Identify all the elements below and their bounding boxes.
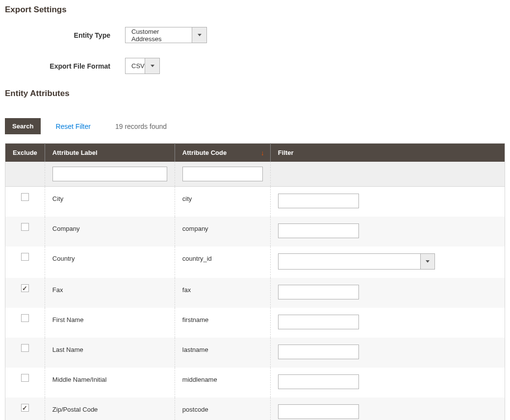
table-row: Faxfax bbox=[5, 278, 505, 308]
attribute-code-cell: lastname bbox=[175, 338, 270, 368]
attribute-label-cell: First Name bbox=[45, 308, 175, 338]
row-filter-input[interactable] bbox=[278, 285, 359, 299]
table-row: Companycompany bbox=[5, 217, 505, 247]
attribute-label-cell: Country bbox=[45, 247, 175, 278]
exclude-checkbox[interactable] bbox=[21, 374, 29, 382]
file-format-value: CSV bbox=[126, 58, 145, 74]
table-row: Citycity bbox=[5, 187, 505, 217]
entity-type-value: Customer Addresses bbox=[126, 27, 192, 43]
entity-type-label: Entity Type bbox=[5, 31, 125, 39]
row-filter-cell bbox=[270, 308, 505, 338]
reset-filter-link[interactable]: Reset Filter bbox=[55, 123, 91, 130]
filter-filter-cell bbox=[270, 162, 505, 187]
exclude-checkbox[interactable] bbox=[21, 284, 29, 292]
row-filter-select-value bbox=[278, 253, 420, 270]
dropdown-caret-icon bbox=[192, 27, 206, 43]
filter-code-input[interactable] bbox=[182, 167, 263, 181]
attributes-table: Exclude Attribute Label Attribute Code ↓… bbox=[5, 143, 505, 420]
row-filter-input[interactable] bbox=[278, 374, 359, 389]
table-row: First Namefirstname bbox=[5, 308, 505, 338]
table-row: Zip/Postal Codepostcode bbox=[5, 397, 505, 420]
dropdown-caret-icon bbox=[420, 253, 435, 270]
row-filter-input[interactable] bbox=[278, 345, 359, 359]
row-filter-cell bbox=[270, 187, 505, 217]
exclude-checkbox[interactable] bbox=[21, 223, 29, 231]
exclude-checkbox[interactable] bbox=[21, 314, 29, 322]
table-row: Last Namelastname bbox=[5, 338, 505, 368]
exclude-checkbox[interactable] bbox=[21, 193, 29, 201]
row-filter-input[interactable] bbox=[278, 315, 359, 329]
row-filter-cell bbox=[270, 338, 505, 368]
attribute-code-cell: company bbox=[175, 217, 270, 247]
attribute-label-cell: Fax bbox=[45, 278, 175, 308]
attribute-label-cell: City bbox=[45, 187, 175, 217]
column-code-header[interactable]: Attribute Code ↓ bbox=[175, 144, 270, 162]
column-label-header[interactable]: Attribute Label bbox=[45, 144, 175, 162]
attribute-label-cell: Zip/Postal Code bbox=[45, 397, 175, 420]
attribute-code-cell: firstname bbox=[175, 308, 270, 338]
attribute-code-cell: postcode bbox=[175, 397, 270, 420]
row-filter-cell bbox=[270, 368, 505, 397]
table-row: Middle Name/Initialmiddlename bbox=[5, 368, 505, 397]
row-filter-select[interactable] bbox=[278, 253, 435, 270]
row-filter-cell bbox=[270, 397, 505, 420]
attribute-code-cell: middlename bbox=[175, 368, 270, 397]
column-filter-header[interactable]: Filter bbox=[270, 144, 505, 162]
filter-exclude-cell bbox=[5, 162, 45, 187]
dropdown-caret-icon bbox=[145, 58, 159, 74]
table-row: Countrycountry_id bbox=[5, 247, 505, 278]
exclude-checkbox[interactable] bbox=[21, 253, 29, 261]
attribute-code-cell: fax bbox=[175, 278, 270, 308]
file-format-label: Export File Format bbox=[5, 62, 125, 70]
entity-attributes-title: Entity Attributes bbox=[5, 89, 505, 99]
row-filter-input[interactable] bbox=[278, 194, 359, 208]
attribute-code-cell: country_id bbox=[175, 247, 270, 278]
exclude-checkbox[interactable] bbox=[21, 344, 29, 352]
export-settings-title: Export Settings bbox=[5, 5, 505, 15]
column-code-text: Attribute Code bbox=[182, 149, 227, 156]
row-filter-cell bbox=[270, 217, 505, 247]
entity-type-select[interactable]: Customer Addresses bbox=[125, 27, 207, 43]
attribute-code-cell: city bbox=[175, 187, 270, 217]
row-filter-input[interactable] bbox=[278, 223, 359, 238]
exclude-checkbox[interactable] bbox=[21, 404, 29, 412]
records-found-text: 19 records found bbox=[115, 123, 167, 130]
row-filter-input[interactable] bbox=[278, 404, 359, 419]
row-filter-cell bbox=[270, 247, 505, 278]
filter-label-input[interactable] bbox=[52, 167, 167, 181]
row-filter-cell bbox=[270, 278, 505, 308]
search-button[interactable]: Search bbox=[5, 118, 41, 134]
column-exclude-header[interactable]: Exclude bbox=[5, 144, 45, 162]
attribute-label-cell: Middle Name/Initial bbox=[45, 368, 175, 397]
attribute-label-cell: Company bbox=[45, 217, 175, 247]
attribute-label-cell: Last Name bbox=[45, 338, 175, 368]
sort-ascending-icon: ↓ bbox=[261, 149, 264, 157]
file-format-select[interactable]: CSV bbox=[125, 58, 160, 74]
